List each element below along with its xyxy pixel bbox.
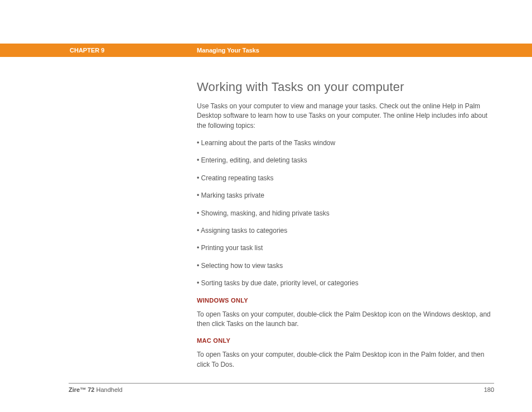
product-bold: Zire™ 72 — [69, 386, 94, 393]
list-item: Learning about the parts of the Tasks wi… — [197, 138, 492, 148]
header-band: CHAPTER 9 Managing Your Tasks — [0, 44, 532, 57]
list-item: Showing, masking, and hiding private tas… — [197, 209, 492, 218]
windows-only-text: To open Tasks on your computer, double-c… — [197, 310, 492, 329]
product-rest: Handheld — [94, 386, 122, 393]
header-accent — [0, 44, 70, 57]
page-title: Working with Tasks on your computer — [197, 78, 492, 96]
mac-only-heading: MAC ONLY — [197, 337, 492, 346]
header-main: CHAPTER 9 Managing Your Tasks — [70, 44, 532, 57]
page-content: Working with Tasks on your computer Use … — [197, 78, 492, 377]
chapter-label: CHAPTER 9 — [70, 47, 197, 54]
list-item: Assigning tasks to categories — [197, 226, 492, 236]
list-item: Creating repeating tasks — [197, 174, 492, 183]
footer-rule — [69, 383, 494, 384]
list-item: Selecting how to view tasks — [197, 261, 492, 271]
list-item: Printing your task list — [197, 243, 492, 253]
page-number: 180 — [484, 386, 494, 393]
product-name: Zire™ 72 Handheld — [69, 386, 123, 393]
intro-paragraph: Use Tasks on your computer to view and m… — [197, 102, 492, 131]
section-title: Managing Your Tasks — [197, 47, 259, 54]
list-item: Marking tasks private — [197, 191, 492, 200]
list-item: Entering, editing, and deleting tasks — [197, 156, 492, 165]
windows-only-heading: WINDOWS ONLY — [197, 296, 492, 305]
topic-list: Learning about the parts of the Tasks wi… — [197, 138, 492, 289]
list-item: Sorting tasks by due date, priority leve… — [197, 279, 492, 288]
footer: Zire™ 72 Handheld 180 — [69, 386, 494, 393]
mac-only-text: To open Tasks on your computer, double-c… — [197, 350, 492, 370]
